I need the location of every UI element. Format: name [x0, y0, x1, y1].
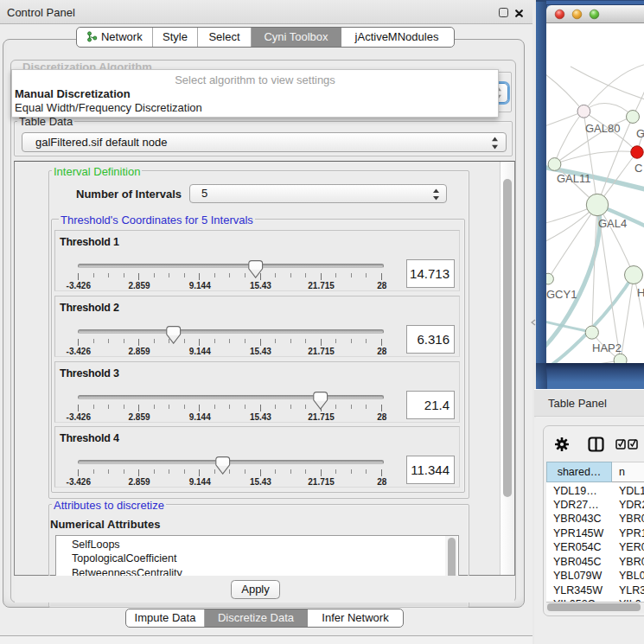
svg-text:GAL80: GAL80: [585, 122, 620, 135]
svg-text:GCY1: GCY1: [546, 288, 577, 301]
svg-text:C: C: [634, 162, 642, 175]
svg-text:GA: GA: [636, 127, 644, 140]
svg-text:GAL4: GAL4: [598, 217, 627, 230]
svg-text:HAP2: HAP2: [592, 341, 622, 354]
svg-text:GAL11: GAL11: [557, 172, 591, 185]
svg-text:H: H: [637, 286, 644, 299]
